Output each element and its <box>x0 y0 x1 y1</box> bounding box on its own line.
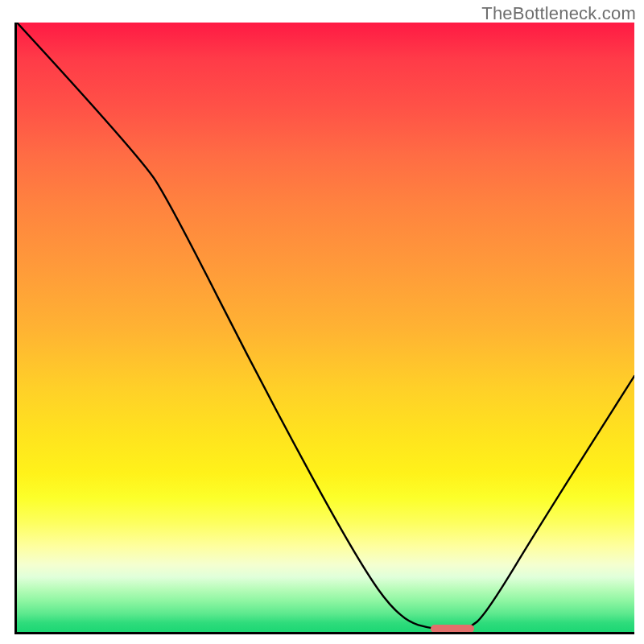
plot-area <box>14 23 634 634</box>
bottleneck-curve <box>17 23 634 630</box>
watermark-text: TheBottleneck.com <box>481 3 636 24</box>
optimal-range-marker <box>431 625 474 633</box>
curve-layer <box>17 23 634 632</box>
chart-container: TheBottleneck.com <box>0 0 644 644</box>
